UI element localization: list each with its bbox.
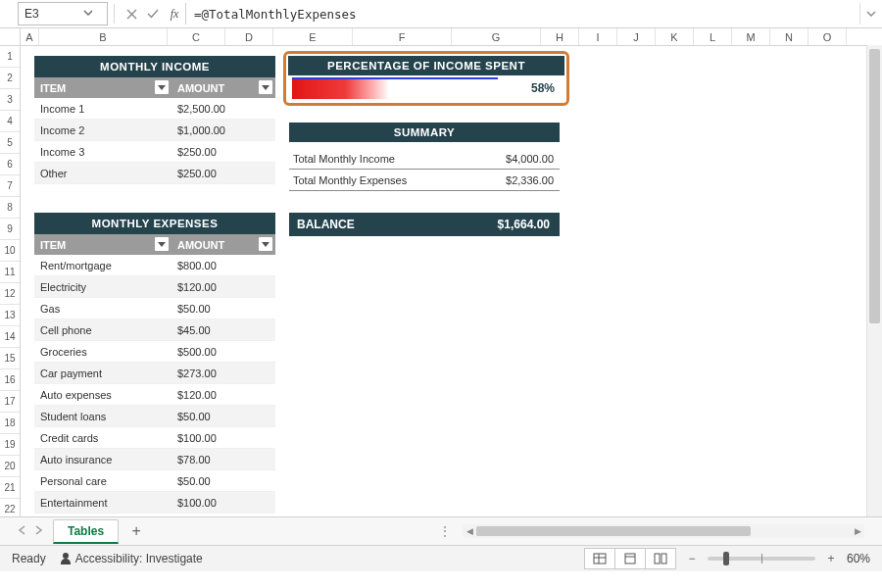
- table-row[interactable]: Auto insurance$78.00: [34, 449, 275, 470]
- item-cell: Other: [34, 168, 172, 179]
- scrollbar-thumb[interactable]: [476, 526, 751, 536]
- filter-icon[interactable]: [259, 80, 272, 94]
- filter-icon[interactable]: [155, 80, 169, 94]
- item-cell: Personal care: [34, 475, 172, 487]
- balance-label: BALANCE: [289, 218, 442, 231]
- amount-cell: $120.00: [172, 389, 275, 401]
- row-header[interactable]: 5: [0, 132, 20, 154]
- select-all-corner[interactable]: [0, 28, 21, 45]
- row-header[interactable]: 11: [0, 262, 20, 283]
- column-header[interactable]: D: [225, 28, 273, 45]
- item-cell: Rent/mortgage: [34, 260, 172, 271]
- row-header[interactable]: 3: [0, 89, 20, 111]
- column-header[interactable]: K: [656, 28, 694, 45]
- scroll-left-icon[interactable]: ◀: [463, 526, 476, 536]
- amount-cell: $250.00: [172, 168, 275, 179]
- row-header[interactable]: 16: [0, 369, 20, 391]
- insert-function-button[interactable]: fx: [164, 3, 185, 24]
- scroll-right-icon[interactable]: ▶: [851, 526, 864, 536]
- row-header[interactable]: 13: [0, 305, 20, 326]
- item-cell: Auto expenses: [34, 389, 172, 401]
- row-header[interactable]: 1: [0, 46, 20, 68]
- formula-bar: E3 fx =@TotalMonthlyExpenses: [0, 0, 882, 28]
- view-page-layout-button[interactable]: [614, 548, 646, 569]
- column-header[interactable]: E: [273, 28, 353, 45]
- table-row[interactable]: Income 1$2,500.00: [34, 98, 275, 120]
- row-header[interactable]: 14: [0, 326, 20, 348]
- percentage-spent-panel: PERCENTAGE OF INCOME SPENT 58%: [283, 51, 569, 106]
- row-header[interactable]: 12: [0, 283, 20, 305]
- table-row[interactable]: Groceries$500.00: [34, 341, 275, 363]
- view-page-break-button[interactable]: [645, 548, 676, 569]
- column-header[interactable]: O: [808, 28, 847, 45]
- column-header[interactable]: L: [694, 28, 732, 45]
- row-header[interactable]: 19: [0, 434, 20, 456]
- table-row[interactable]: Entertainment$100.00: [34, 492, 275, 514]
- row-header[interactable]: 20: [0, 456, 20, 477]
- cancel-formula-button[interactable]: [121, 3, 142, 24]
- table-row[interactable]: Personal care$50.00: [34, 470, 275, 492]
- row-header[interactable]: 2: [0, 68, 20, 89]
- zoom-out-button[interactable]: −: [686, 552, 698, 565]
- add-sheet-button[interactable]: +: [124, 519, 148, 543]
- filter-icon[interactable]: [259, 237, 272, 251]
- column-header[interactable]: I: [579, 28, 617, 45]
- row-header[interactable]: 15: [0, 348, 20, 369]
- row-header[interactable]: 6: [0, 154, 20, 175]
- summary-label: Total Monthly Income: [289, 153, 466, 165]
- zoom-level[interactable]: 60%: [847, 552, 870, 565]
- enter-formula-button[interactable]: [142, 3, 164, 24]
- summary-panel: SUMMARY Total Monthly Income$4,000.00Tot…: [289, 122, 560, 191]
- vertical-scrollbar[interactable]: [866, 45, 882, 516]
- table-row[interactable]: Other$250.00: [34, 163, 275, 184]
- expand-formula-bar-button[interactable]: [859, 3, 882, 24]
- balance-value: $1,664.00: [442, 218, 560, 231]
- zoom-slider[interactable]: [708, 557, 815, 561]
- row-header[interactable]: 4: [0, 111, 20, 132]
- table-row[interactable]: Student loans$50.00: [34, 406, 275, 427]
- table-row[interactable]: Rent/mortgage$800.00: [34, 255, 275, 276]
- filter-icon[interactable]: [155, 237, 169, 251]
- tab-drag-handle-icon[interactable]: ⋮: [439, 524, 453, 538]
- row-header[interactable]: 21: [0, 477, 20, 499]
- table-row[interactable]: Cell phone$45.00: [34, 319, 275, 341]
- column-header[interactable]: C: [168, 28, 225, 45]
- horizontal-scrollbar[interactable]: ◀ ▶: [463, 524, 864, 538]
- sheet-surface[interactable]: MONTHLY INCOME ITEM AMOUNT Income 1$2,50…: [21, 46, 882, 516]
- column-header[interactable]: F: [353, 28, 452, 45]
- row-header[interactable]: 17: [0, 391, 20, 413]
- table-row[interactable]: Income 2$1,000.00: [34, 120, 275, 141]
- sheet-tab-tables[interactable]: Tables: [53, 519, 119, 544]
- row-header[interactable]: 18: [0, 413, 20, 434]
- row-header[interactable]: 22: [0, 499, 20, 516]
- formula-input[interactable]: =@TotalMonthlyExpenses: [185, 3, 859, 24]
- table-row[interactable]: Auto expenses$120.00: [34, 384, 275, 406]
- table-row[interactable]: Gas$50.00: [34, 298, 275, 319]
- table-row[interactable]: Electricity$120.00: [34, 276, 275, 298]
- table-row[interactable]: Income 3$250.00: [34, 141, 275, 163]
- tab-next-button[interactable]: [34, 524, 43, 538]
- accessibility-button[interactable]: Accessibility: Investigate: [60, 552, 203, 565]
- column-header[interactable]: J: [617, 28, 656, 45]
- table-row[interactable]: Credit cards$100.00: [34, 427, 275, 449]
- row-header[interactable]: 10: [0, 240, 20, 262]
- column-header[interactable]: H: [541, 28, 579, 45]
- column-header[interactable]: A: [21, 28, 39, 45]
- scrollbar-thumb[interactable]: [869, 49, 880, 323]
- view-normal-button[interactable]: [584, 548, 615, 569]
- chevron-down-icon[interactable]: [63, 7, 107, 21]
- amount-cell: $250.00: [172, 146, 275, 158]
- column-header[interactable]: G: [452, 28, 541, 45]
- formula-text: =@TotalMonthlyExpenses: [194, 7, 357, 22]
- table-row[interactable]: Car payment$273.00: [34, 363, 275, 384]
- zoom-slider-thumb[interactable]: [723, 552, 729, 565]
- tab-prev-button[interactable]: [18, 524, 26, 538]
- column-header[interactable]: B: [39, 28, 168, 45]
- row-header[interactable]: 7: [0, 175, 20, 197]
- row-header[interactable]: 8: [0, 197, 20, 219]
- row-header[interactable]: 9: [0, 219, 20, 240]
- name-box[interactable]: E3: [18, 2, 108, 25]
- column-header[interactable]: M: [732, 28, 770, 45]
- column-header[interactable]: N: [770, 28, 808, 45]
- zoom-in-button[interactable]: +: [825, 552, 837, 565]
